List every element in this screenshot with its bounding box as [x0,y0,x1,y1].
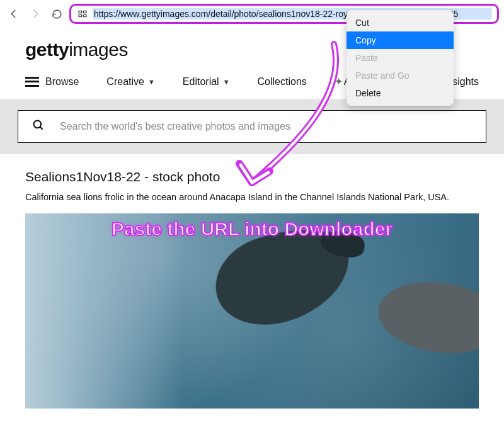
page-title: Sealions1Nov18-22 - stock photo [25,169,479,184]
chevron-down-icon: ▼ [223,78,230,86]
nav-creative[interactable]: Creative▼ [106,76,154,87]
ctx-paste[interactable]: Paste [346,49,454,67]
forward-button[interactable] [26,5,44,23]
chevron-down-icon: ▼ [148,78,155,86]
site-logo[interactable]: gettyimages [25,39,128,60]
ctx-copy[interactable]: Copy [346,31,454,49]
logo-light: images [69,39,128,60]
back-button[interactable] [5,5,23,23]
hero-image: Paste the URL into Downloader [25,213,479,409]
ctx-cut[interactable]: Cut [346,14,454,31]
content-area: Sealions1Nov18-22 - stock photo Californ… [0,154,504,409]
nav-collections[interactable]: Collections [258,76,307,87]
browse-menu[interactable]: Browse [25,76,79,87]
page-description: California sea lions frolic in the ocean… [25,192,479,202]
browse-label: Browse [45,76,79,87]
hamburger-icon [25,77,39,87]
svg-line-5 [40,127,43,129]
site-settings-icon[interactable] [76,9,89,19]
search-icon [32,119,45,135]
svg-rect-2 [79,14,82,16]
sparkle-icon: ✦ [335,76,343,87]
search-box[interactable]: Search the world's best creative photos … [18,110,486,143]
instruction-overlay: Paste the URL into Downloader [25,218,479,240]
search-strip: Search the world's best creative photos … [0,99,504,154]
svg-point-4 [34,120,42,128]
context-menu: Cut Copy Paste Paste and Go Delete [346,10,454,106]
logo-bold: getty [25,39,69,60]
sealion-shape [373,273,479,361]
reload-button[interactable] [48,5,66,23]
ctx-paste-and-go[interactable]: Paste and Go [346,67,454,84]
ctx-delete[interactable]: Delete [346,84,454,102]
svg-rect-1 [83,11,86,13]
svg-rect-0 [79,11,82,13]
svg-rect-3 [83,14,86,16]
nav-editorial[interactable]: Editorial▼ [183,76,230,87]
search-placeholder: Search the world's best creative photos … [60,121,290,132]
